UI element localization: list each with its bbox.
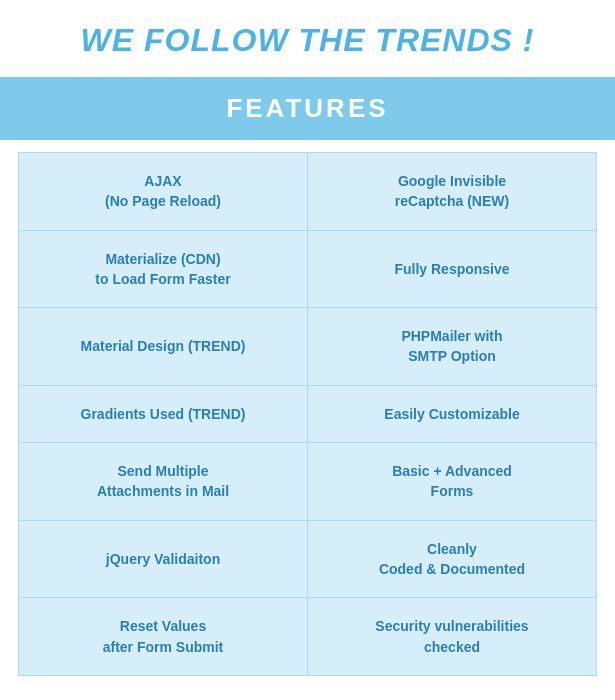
- feature-cell-right: Security vulnerabilitieschecked: [308, 598, 596, 675]
- feature-cell-right: Basic + AdvancedForms: [308, 443, 596, 520]
- feature-cell-left: Material Design (TREND): [19, 308, 308, 385]
- table-row: Gradients Used (TREND)Easily Customizabl…: [19, 386, 596, 443]
- page-wrapper: WE FOLLOW THE TRENDS ! FEATURES AJAX(No …: [0, 0, 615, 676]
- feature-cell-left: Send MultipleAttachments in Mail: [19, 443, 308, 520]
- feature-cell-left: Reset Valuesafter Form Submit: [19, 598, 308, 675]
- header-section: WE FOLLOW THE TRENDS !: [0, 0, 615, 77]
- table-row: Send MultipleAttachments in MailBasic + …: [19, 443, 596, 521]
- features-banner: FEATURES: [0, 77, 615, 140]
- features-title: FEATURES: [10, 93, 605, 124]
- features-table: AJAX(No Page Reload)Google InvisiblereCa…: [18, 152, 597, 676]
- feature-cell-right: PHPMailer withSMTP Option: [308, 308, 596, 385]
- feature-cell-left: AJAX(No Page Reload): [19, 153, 308, 230]
- feature-cell-right: CleanlyCoded & Documented: [308, 521, 596, 598]
- table-row: Materialize (CDN)to Load Form FasterFull…: [19, 231, 596, 309]
- table-row: AJAX(No Page Reload)Google InvisiblereCa…: [19, 153, 596, 231]
- feature-cell-right: Easily Customizable: [308, 386, 596, 442]
- feature-cell-left: Materialize (CDN)to Load Form Faster: [19, 231, 308, 308]
- feature-cell-right: Google InvisiblereCaptcha (NEW): [308, 153, 596, 230]
- main-title: WE FOLLOW THE TRENDS !: [10, 22, 605, 59]
- feature-cell-right: Fully Responsive: [308, 231, 596, 308]
- table-row: Reset Valuesafter Form SubmitSecurity vu…: [19, 598, 596, 675]
- table-row: jQuery ValidaitonCleanlyCoded & Document…: [19, 521, 596, 599]
- feature-cell-left: jQuery Validaiton: [19, 521, 308, 598]
- table-row: Material Design (TREND)PHPMailer withSMT…: [19, 308, 596, 386]
- feature-cell-left: Gradients Used (TREND): [19, 386, 308, 442]
